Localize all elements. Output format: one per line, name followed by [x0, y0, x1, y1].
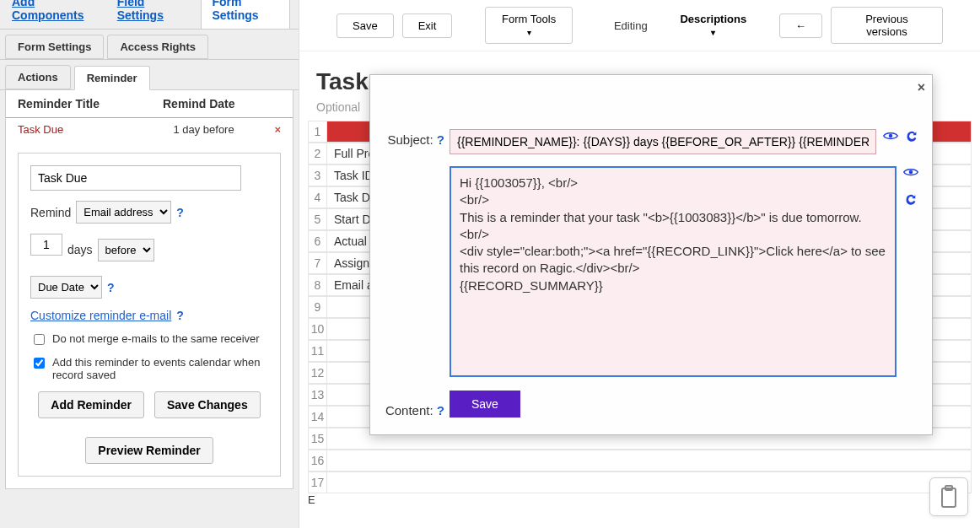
column-e-label: E	[308, 493, 972, 506]
checkbox-add-calendar-label: Add this reminder to events calendar whe…	[52, 356, 268, 381]
checkbox-merge-emails[interactable]	[34, 334, 45, 345]
reminder-table-header: Reminder Title Remind Date	[6, 90, 293, 118]
descriptions-dropdown[interactable]: Descriptions	[665, 8, 762, 43]
content-textarea[interactable]: Hi {{1003057}}, <br/> <br/> This is a re…	[450, 166, 897, 377]
help-icon[interactable]: ?	[437, 403, 444, 418]
svg-point-1	[909, 170, 913, 175]
add-reminder-button[interactable]: Add Reminder	[38, 391, 144, 418]
help-icon[interactable]: ?	[107, 281, 115, 294]
row-number: 17	[308, 471, 326, 493]
subject-input[interactable]	[450, 129, 876, 154]
date-field-select[interactable]: Due Date	[30, 276, 102, 299]
editing-label: Editing	[606, 14, 656, 37]
delete-reminder-icon[interactable]: ×	[274, 123, 281, 136]
refresh-icon[interactable]	[905, 129, 918, 145]
reminder-row-date: 1 day before	[173, 123, 274, 136]
remind-target-select[interactable]: Email address	[76, 201, 171, 224]
sub-tabs-row1: Form Settings Access Rights	[0, 29, 299, 60]
subtab-access-rights[interactable]: Access Rights	[107, 35, 208, 59]
days-label: days	[67, 243, 93, 256]
reminder-row-title: Task Due	[18, 123, 173, 136]
eye-icon[interactable]	[883, 130, 898, 144]
row-number: 5	[308, 208, 326, 230]
col-reminder-title: Reminder Title	[18, 97, 163, 110]
previous-versions-button[interactable]: Previous versions	[831, 7, 943, 44]
preview-reminder-button[interactable]: Preview Reminder	[85, 437, 213, 464]
form-tools-dropdown[interactable]: Form Tools	[485, 7, 573, 44]
help-icon[interactable]: ?	[176, 309, 184, 322]
reminder-title-input[interactable]	[30, 165, 241, 191]
clipboard-fab[interactable]	[929, 477, 968, 516]
left-pane: Add Components Field Settings Form Setti…	[0, 0, 299, 528]
tab-field-settings[interactable]: Field Settings	[114, 0, 186, 29]
row-number: 9	[308, 296, 326, 318]
sub-tabs-row2: Actions Reminder	[0, 60, 299, 90]
reminder-panel: Reminder Title Remind Date Task Due 1 da…	[5, 90, 293, 489]
svg-rect-2	[942, 488, 956, 507]
close-icon[interactable]: ×	[918, 80, 925, 95]
checkbox-add-calendar[interactable]	[34, 358, 45, 369]
row-number: 13	[308, 384, 326, 406]
top-tabs: Add Components Field Settings Form Setti…	[0, 0, 299, 29]
checkbox-merge-label: Do not merge e-mails to the same receive…	[52, 332, 260, 345]
remind-label: Remind	[30, 206, 71, 219]
back-button[interactable]: ←	[779, 13, 822, 38]
grid-cell[interactable]	[326, 471, 972, 493]
customize-email-link[interactable]: Customize reminder e-mail	[30, 309, 171, 322]
row-number: 11	[308, 340, 326, 362]
refresh-icon[interactable]	[904, 192, 918, 208]
row-number: 1	[308, 121, 326, 143]
subtab-form-settings[interactable]: Form Settings	[5, 35, 104, 59]
row-number: 12	[308, 362, 326, 384]
tab-add-components[interactable]: Add Components	[8, 0, 99, 29]
content-label: Content: ?	[384, 400, 450, 418]
row-number: 14	[308, 406, 326, 428]
col-remind-date: Remind Date	[163, 97, 281, 110]
before-after-select[interactable]: before	[98, 239, 154, 261]
grid-cell[interactable]	[326, 450, 972, 471]
row-number: 4	[308, 186, 326, 208]
help-icon[interactable]: ?	[176, 206, 184, 219]
row-number: 7	[308, 252, 326, 274]
help-icon[interactable]: ?	[437, 132, 444, 147]
row-number: 6	[308, 230, 326, 252]
reminder-form: Remind Email address ? days before Due D…	[18, 153, 281, 477]
tab-form-settings[interactable]: Form Settings	[201, 0, 290, 29]
row-number: 3	[308, 164, 326, 186]
eye-icon[interactable]	[903, 166, 918, 180]
save-changes-button[interactable]: Save Changes	[154, 391, 261, 418]
reminder-row[interactable]: Task Due 1 day before ×	[6, 118, 293, 141]
row-number: 16	[308, 450, 326, 471]
subtab-actions[interactable]: Actions	[5, 65, 71, 89]
row-number: 10	[308, 318, 326, 340]
subtab-reminder[interactable]: Reminder	[74, 66, 150, 90]
modal-save-button[interactable]: Save	[450, 391, 520, 418]
row-number: 15	[308, 428, 326, 450]
toolbar: Save Exit Form Tools Editing Description…	[299, 0, 980, 51]
row-number: 8	[308, 274, 326, 296]
exit-button[interactable]: Exit	[402, 13, 453, 38]
save-button[interactable]: Save	[337, 13, 394, 38]
subject-label: Subject: ?	[384, 129, 450, 147]
email-template-modal: × Subject: ? Hi {{1003057}}, <br/> <br/>…	[369, 74, 933, 435]
days-input[interactable]	[30, 234, 62, 256]
svg-point-0	[889, 134, 893, 138]
row-number: 2	[308, 143, 326, 164]
